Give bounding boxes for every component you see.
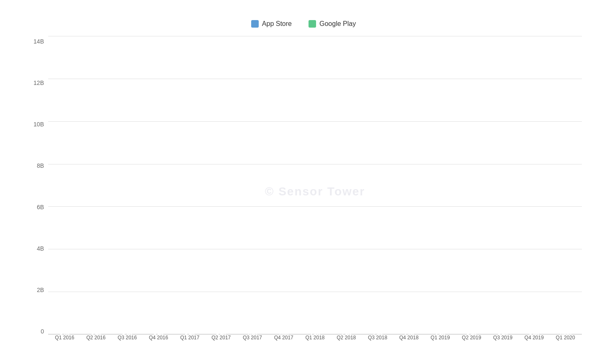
bar-group: 7B2.3B: [238, 36, 267, 334]
bar-group: 8.2B2.3B: [457, 36, 486, 334]
bar-group: 7.5B2.2B: [426, 36, 455, 334]
y-axis-label: 0: [25, 328, 48, 335]
y-axis-label: 10B: [25, 121, 48, 128]
x-labels: Q1 2016Q2 2016Q3 2016Q4 2016Q1 2017Q2 20…: [48, 335, 582, 347]
bar-group: 5.7B2.1B: [50, 36, 79, 334]
y-axis: 02B4B6B8B10B12B14B: [25, 36, 48, 347]
y-axis-label: 14B: [25, 38, 48, 45]
x-axis-label: Q3 2019: [489, 335, 517, 341]
bar-group: 6.4B1.9B: [144, 36, 173, 334]
x-axis-label: Q4 2016: [144, 335, 173, 341]
x-axis-label: Q2 2017: [207, 335, 236, 341]
bar-group: 6.8B2.1B: [175, 36, 204, 334]
bar-group: 8.7B2.4B: [489, 36, 517, 334]
x-axis-label: Q2 2018: [332, 335, 361, 341]
x-axis-label: Q1 2017: [175, 335, 204, 341]
x-axis-label: Q3 2016: [113, 335, 142, 341]
page: App StoreGoogle Play 02B4B6B8B10B12B14B …: [0, 0, 607, 364]
x-axis-label: Q2 2019: [457, 335, 486, 341]
bar-group: 7.8B2.1B: [332, 36, 361, 334]
bar-group: 7.2B2.3B: [363, 36, 392, 334]
chart-inner: © Sensor Tower 5.7B2.1B5.5B1.9B6.3B2.1B6…: [48, 36, 582, 347]
bar-group: 7.1B2.4B: [301, 36, 329, 334]
x-axis-label: Q1 2018: [301, 335, 329, 341]
legend-label: App Store: [262, 20, 292, 28]
x-axis-label: Q3 2018: [363, 335, 392, 341]
x-axis-label: Q3 2017: [238, 335, 267, 341]
x-axis-label: Q1 2020: [551, 335, 580, 341]
x-axis-label: Q4 2018: [394, 335, 423, 341]
chart-area: 02B4B6B8B10B12B14B © Sensor Tower 5.7B2.…: [25, 36, 582, 347]
bar-group: 7B2.1B: [269, 36, 298, 334]
chart-legend: App StoreGoogle Play: [251, 20, 356, 28]
bar-group: 5.5B1.9B: [82, 36, 111, 334]
y-axis-label: 6B: [25, 204, 48, 210]
bars-container: 5.7B2.1B5.5B1.9B6.3B2.1B6.4B1.9B6.8B2.1B…: [48, 36, 582, 334]
bar-group: 7.2B2.1B: [394, 36, 423, 334]
y-axis-label: 4B: [25, 245, 48, 252]
x-axis-label: Q1 2019: [426, 335, 455, 341]
bar-group: 6.3B2.1B: [113, 36, 142, 334]
x-axis-label: Q4 2017: [269, 335, 298, 341]
y-axis-label: 8B: [25, 162, 48, 169]
x-axis-label: Q1 2016: [50, 335, 79, 341]
bar-group: 10.3B3B: [551, 36, 580, 334]
legend-color-box: [251, 20, 259, 28]
x-axis-label: Q2 2016: [82, 335, 111, 341]
bar-group: 8.6B2.3B: [520, 36, 548, 334]
x-axis-label: Q4 2019: [520, 335, 548, 341]
legend-label: Google Play: [319, 20, 356, 28]
legend-color-box: [309, 20, 316, 28]
legend-item: App Store: [251, 20, 292, 28]
bar-group: 6.8B1.9B: [207, 36, 236, 334]
legend-item: Google Play: [309, 20, 356, 28]
y-axis-label: 12B: [25, 79, 48, 86]
y-axis-label: 2B: [25, 287, 48, 293]
